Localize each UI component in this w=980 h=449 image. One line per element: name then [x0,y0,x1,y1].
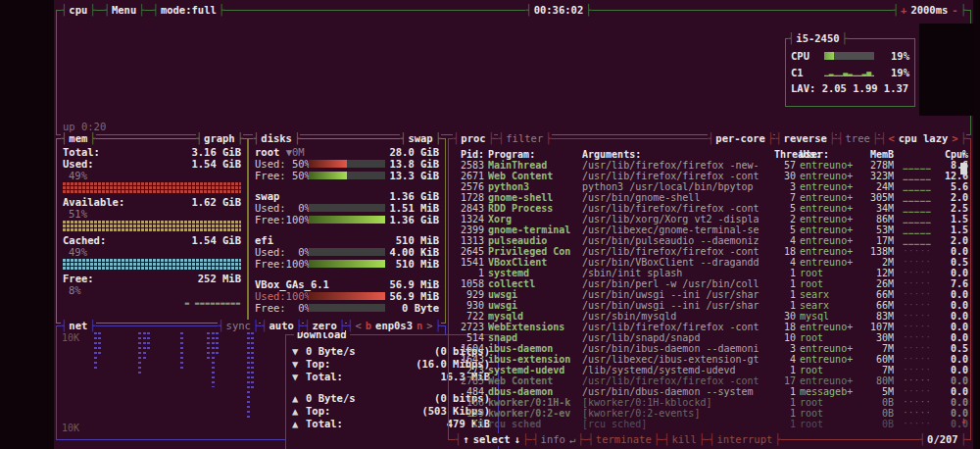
process-row[interactable]: 10rcu_sched[rcu_sched]1root0B·····0.0 [449,419,970,429]
process-row[interactable]: 1324Xorg/usr/lib/xorg/Xorg vt2 -displa2e… [449,214,970,224]
reverse-toggle[interactable]: ┤reverse├ [775,132,835,145]
proc-cell: ····· [898,246,937,257]
filter-button[interactable]: ┤filter├ [498,132,552,145]
process-row[interactable]: 2723WebExtensions/usr/lib/firefox/firefo… [449,322,970,332]
process-row[interactable]: 2576python3python3 /usr/local/bin/bpytop… [449,181,970,192]
process-row[interactable]: 2645Privileged Con/usr/lib/firefox/firef… [449,246,970,257]
process-row[interactable]: 514snapd/usr/lib/snapd/snapd10root30M···… [449,332,970,343]
select-control[interactable]: ┤↑select↓├ [455,433,528,446]
proc-cell: 0.0 [941,354,968,365]
process-row[interactable]: 1643ibus-extension/usr/libexec/ibus-exte… [449,354,970,365]
proc-cell: 2576 [455,181,484,192]
process-row[interactable]: 930uwsgi/usr/bin/uwsgi --ini /usr/shar1s… [449,300,970,311]
proc-cell: 34M [862,203,894,214]
disk-free-meter [309,260,385,268]
disk-name-row: efi 510 MiB [255,234,439,246]
interrupt-button[interactable]: ┤interrupt├ [709,433,781,446]
proc-cell: 0.0 [941,322,968,332]
process-row[interactable]: 1604ibus-daemon/usr/bin/ibus-daemon --da… [449,343,970,354]
per-core-toggle[interactable]: ┤per-core├ [708,132,773,145]
proc-cell: /usr/bin/gnome-shell [582,192,770,203]
mem-graph-toggle[interactable]: ┤graph├ [196,132,243,145]
proc-cell: entreuno+ [800,246,858,257]
proc-cell: /lib/systemd/systemd-udevd [582,365,770,375]
proc-cell: 60M [862,354,894,365]
info-button[interactable]: ┤info↵├ [532,433,583,446]
proc-cell: 10 [455,419,484,429]
process-row[interactable]: 2843RDD Process/usr/lib/firefox/firefox … [449,203,970,214]
process-row[interactable]: 929uwsgi/usr/bin/uwsgi --ini /usr/shar1s… [449,289,970,300]
proc-cell: ····· [898,365,937,375]
proc-cell: python3 [488,181,578,192]
process-row[interactable]: 1systemd/sbin/init splash1root12M·····0.… [449,268,970,278]
proc-cell: 1313 [455,235,484,246]
proc-cell: 1.5 [941,224,968,235]
proc-cell: 2785 [455,375,484,386]
proc-cell: /usr/libexec/gnome-terminal-se [582,224,770,235]
right-black-band [973,0,980,449]
sort-column-selector[interactable]: ┤<cpu lazy>├ [880,132,966,145]
proc-cell: ····· [898,300,937,311]
process-row[interactable]: 273systemd-udevd/lib/systemd/systemd-ude… [449,365,970,375]
process-row[interactable]: 1728gnome-shell/usr/bin/gnome-shell7entr… [449,192,970,203]
proc-cell: 0.0 [941,332,968,343]
sort-direction-icon: ↑ [960,149,966,160]
process-row[interactable]: 2583MainThread/usr/lib/firefox/firefox -… [449,160,970,171]
scroll-down-icon[interactable]: ↓ [960,415,966,425]
proc-cell: kworker/0:2-ev [488,408,578,419]
proc-cell: entreuno+ [800,224,858,235]
proc-cell: [rcu_sched] [582,419,770,429]
disk-used-row: Used: 50%13.8 GiB [255,158,439,170]
process-row[interactable]: 2785Web Content/usr/lib/firefox/firefox … [449,375,970,386]
net-auto-toggle[interactable]: ┤auto├ [261,320,302,332]
core-usage-spark: ▁▂▁▁▃▂▁▁▂▄▁▃▂▁▂ [824,68,874,76]
interval-plus-button: + [899,4,908,17]
menu-button[interactable]: ┤Menu├ [104,4,145,17]
net-sync-toggle[interactable]: ┤sync├ [218,320,259,332]
process-row[interactable]: 1541VBoxClient/usr/bin/VBoxClient --drag… [449,257,970,268]
proc-cell: 7M [862,365,894,375]
mode-toggle[interactable]: ┤mode:full├ [153,4,225,17]
interval-control[interactable]: ┤+2000ms-├ [893,4,966,17]
proc-cell: 1 [774,268,796,278]
process-row[interactable]: 159kworker/0:2-ev[kworker/0:2-events]1ro… [449,408,970,419]
process-row[interactable]: 722mysqld/usr/sbin/mysqld30mysql83M·····… [449,311,970,322]
terminate-button[interactable]: ┤terminate├ [588,433,661,446]
net-zero-toggle[interactable]: ┤zero├ [304,320,345,332]
process-row[interactable]: 1058collectl/usr/bin/perl -w /usr/bin/co… [449,278,970,289]
proc-cell: 2.5 [941,203,968,214]
process-row[interactable]: 166kworker/0:1H-k[kworker/0:1H-kblockd]1… [449,397,970,408]
process-row[interactable]: 2399gnome-terminal/usr/libexec/gnome-ter… [449,224,970,235]
proc-cell: entreuno+ [800,235,858,246]
proc-cell: pulseaudio [488,235,578,246]
proc-cell: /usr/bin/VBoxClient --dragandd [582,257,770,268]
proc-cell: 1643 [455,354,484,365]
cpu-total-meter [824,52,874,60]
process-row[interactable]: 484dbus-daemon/usr/bin/dbus-daemon --sys… [449,386,970,397]
proc-cell: entreuno+ [800,192,858,203]
proc-cell: root [800,365,858,375]
proc-cell: 30 [774,311,796,322]
net-box-title: ┤net├ [61,320,96,332]
net-graph-line [212,332,215,387]
proc-cell: uwsgi [488,300,578,311]
proc-cell: python3 /usr/local/bin/bpytop [582,181,770,192]
proc-cell: 722 [455,311,484,322]
proc-cell: 1604 [455,343,484,354]
tree-toggle[interactable]: ┤tree├ [837,132,878,145]
kill-button[interactable]: ┤kill├ [663,433,705,446]
swap-toggle[interactable]: ┤swap├ [400,132,441,145]
proc-cell: ▁▁▁▁▁ [898,235,937,246]
proc-cell: 7M [862,343,894,354]
select-down-key: ↓ [513,433,522,446]
proc-cell: searx [800,300,858,311]
proc-cell: 83M [862,311,894,322]
proc-cell: 0.0 [941,311,968,322]
proc-cell: RDD Process [488,203,578,214]
net-graph-line [207,332,210,362]
process-row[interactable]: 1313pulseaudio/usr/bin/pulseaudio --daem… [449,235,970,246]
net-graph-line [94,332,97,370]
process-row[interactable]: 2671Web Content/usr/lib/firefox/firefox … [449,171,970,181]
net-interface-switcher[interactable]: ┤<benp0s3n>├ [347,320,441,332]
proc-scrollbar[interactable] [960,163,967,175]
